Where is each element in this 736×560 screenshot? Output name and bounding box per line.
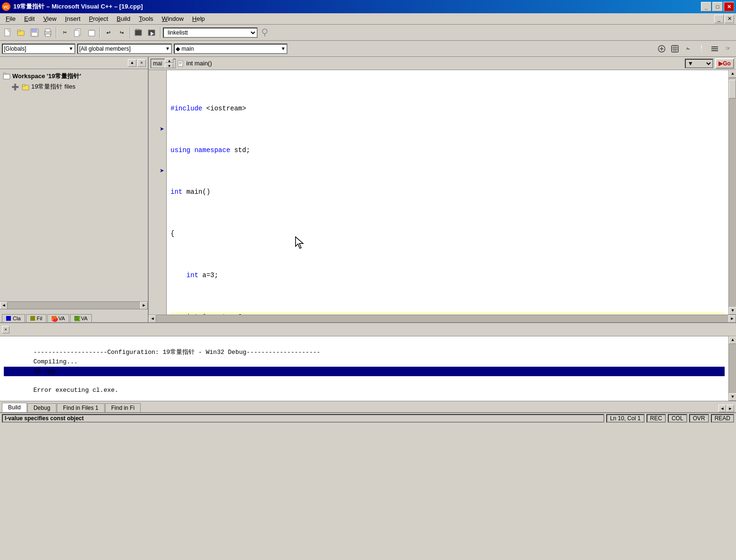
members-combo-arrow[interactable]: ▼ [165, 46, 170, 51]
editor-nav-down[interactable]: ▼ [165, 63, 173, 68]
members-combo-value: [All global members] [79, 45, 131, 52]
sidebar-scroll-left[interactable]: ◀ [0, 302, 8, 309]
editor-vscroll[interactable]: ▲ ▼ [728, 70, 736, 315]
output-panel: ✕ --------------------Configuration: 19常… [0, 322, 736, 412]
output-close-btn[interactable]: ✕ [2, 326, 9, 334]
undo-button[interactable]: ↩ [102, 27, 115, 39]
workspace-root: Workspace '19常量指针' [2, 71, 146, 81]
code-line-3[interactable]: int main() [171, 187, 725, 197]
svg-rect-11 [45, 34, 50, 36]
vscroll-track[interactable] [729, 78, 736, 307]
menu-window[interactable]: Window [158, 14, 188, 23]
code-content[interactable]: #include <iostream> using namespace std;… [167, 70, 728, 315]
toolbar2-icon-4[interactable]: ❕ [695, 43, 708, 55]
code-line-6[interactable]: int *const p=&a; [171, 312, 725, 315]
output-tab-build[interactable]: Build [2, 403, 27, 412]
hscroll-left[interactable]: ◀ [149, 315, 156, 323]
sidebar-minimize-btn[interactable]: ▲ [128, 59, 136, 67]
menu-view[interactable]: View [39, 14, 60, 23]
vscroll-up[interactable]: ▲ [729, 70, 736, 78]
function-combo-arrow[interactable]: ▼ [281, 46, 286, 51]
output-tabs-scroll-right[interactable]: ▶ [727, 405, 734, 412]
copy-button[interactable] [72, 27, 84, 39]
editor-nav-combo[interactable]: mai ▲ ▼ [151, 59, 176, 68]
menu-tools[interactable]: Tools [135, 14, 157, 23]
vscroll-thumb[interactable] [729, 80, 736, 99]
editor-scope-dropdown[interactable]: ▼ [685, 59, 713, 68]
toolbar-extra-btn[interactable] [259, 27, 271, 39]
code-line-4[interactable]: { [171, 228, 725, 239]
toolbar2-icon-2[interactable] [669, 43, 681, 55]
code-line-5[interactable]: int a=3; [171, 270, 725, 280]
sidebar-hscroll[interactable]: ◀ ▶ [0, 301, 148, 309]
menu-restore-btn[interactable]: _ [714, 15, 724, 23]
sidebar-tab-va1[interactable]: 🍅 VA [47, 314, 69, 322]
menu-file[interactable]: File [2, 14, 19, 23]
sidebar-tab-cla[interactable]: Cla [2, 314, 25, 322]
compile-button[interactable] [133, 27, 145, 39]
new-file-button[interactable] [2, 27, 14, 39]
sidebar-scroll-right[interactable]: ▶ [140, 302, 148, 309]
editor-area: mai ▲ ▼ int main() ▼ [149, 57, 736, 322]
sidebar-tab-va2[interactable]: 🌿 VA [70, 314, 92, 322]
hscroll-right[interactable]: ▶ [728, 315, 736, 323]
editor-nav-label: mai [153, 60, 162, 67]
gutter-7 [149, 135, 166, 145]
sidebar-tab-file[interactable]: Fil [26, 314, 47, 322]
close-button[interactable]: ✕ [724, 2, 734, 11]
output-tab-find2[interactable]: Find in Fi [105, 403, 141, 412]
menu-help[interactable]: Help [188, 14, 209, 23]
sidebar-close-btn[interactable]: ✕ [137, 59, 146, 67]
output-tab-debug[interactable]: Debug [27, 403, 56, 412]
output-line-error[interactable]: E:\指针\19常量指针\19.cpp(10) : error C2166: l… [4, 367, 725, 376]
menu-edit[interactable]: Edit [20, 14, 38, 23]
minimize-button[interactable]: _ [701, 2, 711, 11]
code-scroll-area[interactable]: #include <iostream> using namespace std;… [167, 70, 728, 315]
code-line-2[interactable]: using namespace std; [171, 145, 725, 155]
go-button[interactable]: ▶ Go [715, 58, 734, 69]
keyword-int-6: int [187, 312, 198, 315]
print-button[interactable] [42, 27, 54, 39]
members-combo[interactable]: [All global members] ▼ [77, 44, 172, 54]
output-vscroll-down[interactable]: ▼ [729, 393, 736, 401]
function-combo-value: ◆ main [176, 45, 194, 52]
keyword-include: #include [171, 103, 202, 114]
code-container: ➤ ➤ #include <iostream> using name [149, 70, 736, 315]
vscroll-down[interactable]: ▼ [729, 307, 736, 315]
tree-item-label[interactable]: 19常量指针 files [31, 82, 75, 91]
output-tabs-scroll-left[interactable]: ◀ [718, 405, 726, 412]
save-button[interactable] [28, 27, 41, 39]
brace-open: { [171, 228, 174, 239]
maximize-button[interactable]: □ [712, 2, 723, 11]
title-bar-buttons[interactable]: _ □ ✕ [701, 2, 734, 11]
open-file-button[interactable] [15, 27, 27, 39]
toolbar2-icon-3[interactable]: ✁ [682, 43, 694, 55]
project-dropdown[interactable]: linkelistt [163, 27, 258, 38]
code-line-1[interactable]: #include <iostream> [171, 103, 725, 114]
editor-nav-up[interactable]: ▲ [165, 58, 173, 63]
editor-hscroll[interactable]: ◀ ▶ [149, 315, 736, 322]
toolbar2-icon-6[interactable]: ☞ [722, 43, 734, 55]
globals-combo-arrow[interactable]: ▼ [69, 46, 73, 51]
menu-close-btn[interactable]: ✕ [725, 15, 734, 23]
tree-expand-icon[interactable]: ➕ [11, 83, 19, 90]
paste-button[interactable] [85, 27, 98, 39]
output-vscroll[interactable]: ▲ ▼ [728, 336, 736, 401]
globals-combo[interactable]: [Globals] ▼ [2, 44, 75, 54]
tab-color-file [30, 316, 35, 321]
cut-button[interactable]: ✂ [59, 27, 71, 39]
function-combo[interactable]: ◆ main ▼ [174, 44, 287, 54]
indent-6 [171, 312, 187, 315]
toolbar2-icon-5[interactable] [709, 43, 721, 55]
run-button[interactable] [146, 27, 158, 39]
toolbar-sep-1 [56, 27, 57, 38]
menu-insert[interactable]: Insert [61, 14, 84, 23]
output-tab-find1[interactable]: Find in Files 1 [57, 403, 105, 412]
toolbar2-icon-1[interactable] [655, 43, 668, 55]
gutter-2 [149, 82, 166, 93]
redo-button[interactable]: ↪ [116, 27, 128, 39]
menu-project[interactable]: Project [85, 14, 112, 23]
output-vscroll-up[interactable]: ▲ [729, 336, 736, 344]
menu-build[interactable]: Build [113, 14, 134, 23]
menu-bar-right: _ ✕ [714, 15, 734, 23]
